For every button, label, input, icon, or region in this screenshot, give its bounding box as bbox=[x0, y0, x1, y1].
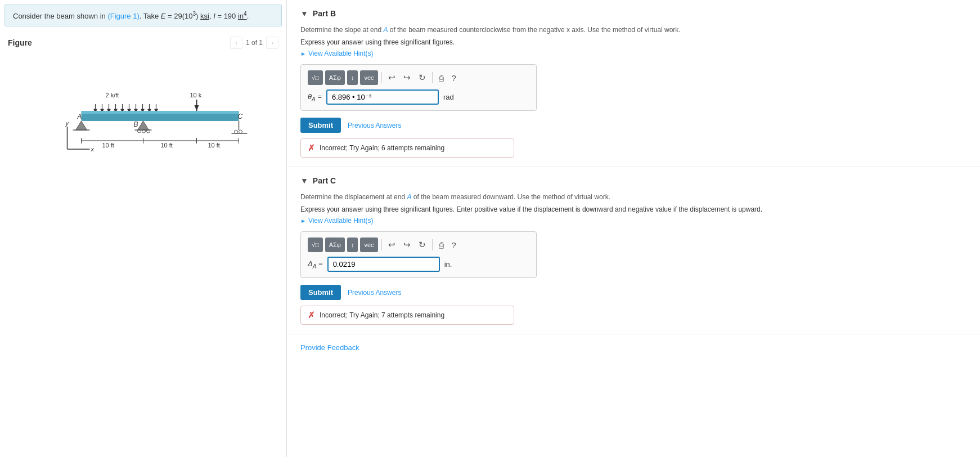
figure-title: Figure bbox=[8, 38, 32, 47]
part-b-instruction: Express your answer using three signific… bbox=[300, 38, 966, 46]
part-c-tb-redo[interactable]: ↪ bbox=[401, 238, 413, 252]
part-b-tb-sep1 bbox=[381, 72, 382, 83]
svg-marker-17 bbox=[195, 105, 199, 111]
part-c-tb-undo[interactable]: ↩ bbox=[385, 238, 398, 252]
problem-statement: Consider the beam shown in (Figure 1). T… bbox=[5, 5, 282, 26]
part-b-title: Part B bbox=[313, 9, 336, 18]
part-b-tb-keyboard[interactable]: ⎙ bbox=[436, 70, 447, 85]
part-b-hint-link[interactable]: ► View Available Hint(s) bbox=[300, 50, 966, 57]
svg-text:10 ft: 10 ft bbox=[102, 142, 114, 149]
svg-text:x: x bbox=[91, 146, 95, 153]
svg-text:10 ft: 10 ft bbox=[161, 142, 173, 149]
part-c-hint-link[interactable]: ► View Available Hint(s) bbox=[300, 217, 966, 225]
svg-text:10 k: 10 k bbox=[190, 92, 202, 98]
part-c-answer-input[interactable] bbox=[327, 257, 440, 272]
part-c-tb-help[interactable]: ? bbox=[449, 238, 459, 252]
part-c-tb-vec[interactable]: vec bbox=[360, 238, 377, 252]
part-c-tb-updown[interactable]: ↕ bbox=[347, 238, 358, 252]
part-b-tb-sqrt[interactable]: √□ bbox=[308, 70, 323, 85]
svg-point-31 bbox=[235, 130, 238, 133]
figure-nav: ‹ 1 of 1 › bbox=[230, 37, 278, 49]
right-panel: ▼ Part B Determine the slope at end A of… bbox=[287, 0, 980, 457]
part-c-input-row: ΔA = in. bbox=[308, 257, 529, 272]
figure-section: Figure ‹ 1 of 1 › y x 2 k/ft bbox=[0, 31, 286, 457]
svg-text:B: B bbox=[134, 120, 138, 128]
part-c-error-icon: ✗ bbox=[308, 310, 315, 320]
svg-text:10 ft: 10 ft bbox=[208, 142, 220, 149]
part-c-error-text: Incorrect; Try Again; 7 attempts remaini… bbox=[320, 311, 444, 319]
svg-point-32 bbox=[239, 130, 242, 133]
provide-feedback-link[interactable]: Provide Feedback bbox=[300, 343, 359, 352]
part-b-input-row: θA = rad bbox=[308, 89, 529, 105]
part-c-toolbar: √□ AΣφ ↕ vec ↩ ↪ ↻ ⎙ ? bbox=[308, 238, 529, 252]
part-c-tb-asigma[interactable]: AΣφ bbox=[325, 238, 345, 252]
part-b-answer-box: √□ AΣφ ↕ vec ↩ ↪ ↻ ⎙ ? θA = rad bbox=[300, 64, 537, 111]
feedback-section: Provide Feedback bbox=[287, 334, 980, 361]
part-b-tb-undo[interactable]: ↩ bbox=[385, 70, 398, 85]
figure-header: Figure ‹ 1 of 1 › bbox=[8, 37, 278, 49]
part-b-collapse-btn[interactable]: ▼ bbox=[300, 9, 308, 18]
part-b-toolbar: √□ AΣφ ↕ vec ↩ ↪ ↻ ⎙ ? bbox=[308, 70, 529, 85]
part-c-tb-sqrt[interactable]: √□ bbox=[308, 238, 323, 252]
svg-text:2 k/ft: 2 k/ft bbox=[106, 92, 119, 98]
svg-text:C: C bbox=[238, 113, 243, 120]
part-c-error-badge: ✗ Incorrect; Try Again; 7 attempts remai… bbox=[300, 306, 514, 325]
part-b-description: Determine the slope at end A of the beam… bbox=[300, 25, 966, 35]
figure-next-btn[interactable]: › bbox=[266, 37, 278, 49]
part-c-instruction: Express your answer using three signific… bbox=[300, 205, 966, 213]
part-c-title: Part C bbox=[313, 176, 336, 185]
part-b-var-label: θA = bbox=[308, 92, 322, 102]
part-c-answer-box: √□ AΣφ ↕ vec ↩ ↪ ↻ ⎙ ? ΔA = in. bbox=[300, 231, 537, 278]
part-b-error-badge: ✗ Incorrect; Try Again; 6 attempts remai… bbox=[300, 138, 514, 158]
part-b-submit-btn[interactable]: Submit bbox=[300, 118, 341, 133]
part-c-unit: in. bbox=[444, 260, 452, 268]
svg-text:y: y bbox=[65, 120, 70, 127]
part-c-header: ▼ Part C bbox=[300, 176, 966, 185]
part-b-tb-reset[interactable]: ↻ bbox=[416, 70, 429, 85]
svg-text:A: A bbox=[77, 113, 82, 120]
part-c-submit-row: Submit Previous Answers bbox=[300, 285, 966, 300]
svg-rect-19 bbox=[82, 111, 239, 114]
figure-prev-btn[interactable]: ‹ bbox=[230, 37, 242, 49]
left-panel: Consider the beam shown in (Figure 1). T… bbox=[0, 0, 287, 457]
part-b-section: ▼ Part B Determine the slope at end A of… bbox=[287, 0, 980, 167]
part-b-prev-answers-link[interactable]: Previous Answers bbox=[348, 122, 401, 129]
part-b-tb-sep2 bbox=[432, 72, 433, 83]
part-b-header: ▼ Part B bbox=[300, 9, 966, 18]
part-c-submit-btn[interactable]: Submit bbox=[300, 285, 341, 300]
beam-figure: y x 2 k/ft 10 k A bbox=[8, 53, 278, 166]
part-b-tb-help[interactable]: ? bbox=[449, 70, 459, 85]
part-b-tb-asigma[interactable]: AΣφ bbox=[325, 70, 345, 85]
part-c-tb-sep1 bbox=[381, 239, 382, 250]
part-b-error-icon: ✗ bbox=[308, 143, 315, 153]
svg-marker-23 bbox=[76, 121, 87, 130]
part-b-error-text: Incorrect; Try Again; 6 attempts remaini… bbox=[320, 144, 444, 152]
part-b-submit-row: Submit Previous Answers bbox=[300, 118, 966, 133]
part-c-collapse-btn[interactable]: ▼ bbox=[300, 176, 308, 185]
part-c-section: ▼ Part C Determine the displacement at e… bbox=[287, 167, 980, 334]
part-c-tb-sep2 bbox=[432, 239, 433, 250]
part-b-unit: rad bbox=[443, 93, 454, 101]
part-c-prev-answers-link[interactable]: Previous Answers bbox=[348, 289, 401, 297]
figure-page: 1 of 1 bbox=[246, 39, 263, 47]
part-b-tb-updown[interactable]: ↕ bbox=[347, 70, 358, 85]
part-c-tb-reset[interactable]: ↻ bbox=[416, 238, 429, 252]
svg-marker-25 bbox=[138, 121, 149, 130]
part-b-tb-redo[interactable]: ↪ bbox=[401, 70, 413, 85]
part-b-tb-vec[interactable]: vec bbox=[360, 70, 377, 85]
part-c-tb-keyboard[interactable]: ⎙ bbox=[436, 238, 447, 252]
part-c-var-label: ΔA = bbox=[308, 259, 323, 270]
part-c-description: Determine the displacement at end A of t… bbox=[300, 192, 966, 202]
part-b-answer-input[interactable] bbox=[326, 89, 439, 105]
